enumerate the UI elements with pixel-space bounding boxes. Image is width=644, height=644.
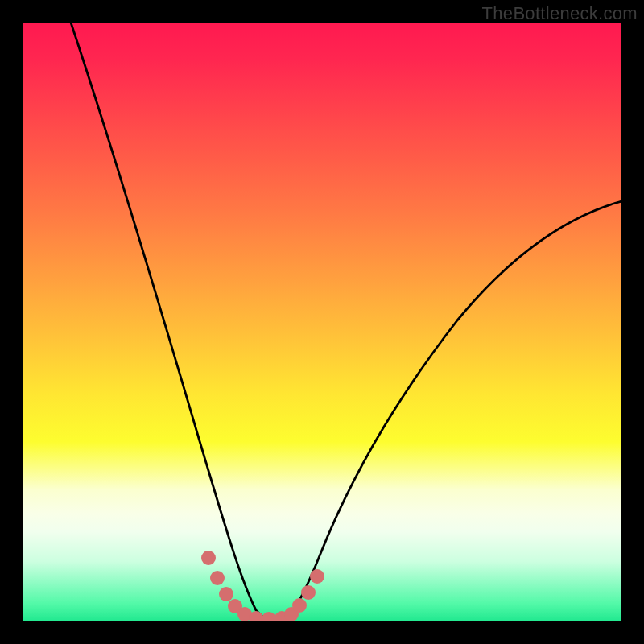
marker-dot [201, 551, 216, 565]
chart-svg [23, 23, 621, 621]
marker-dot [292, 598, 307, 613]
marker-dot [262, 612, 276, 621]
marker-group-right [275, 569, 324, 621]
valley-curve [71, 23, 621, 618]
curve-segment-left [71, 23, 264, 618]
chart-container: TheBottleneck.com [0, 0, 644, 644]
marker-dot [301, 585, 316, 600]
watermark-text: TheBottleneck.com [482, 3, 638, 24]
marker-group-left [201, 551, 276, 621]
marker-dot [219, 587, 233, 601]
curve-segment-right [264, 201, 621, 618]
marker-dot [310, 569, 324, 584]
marker-dot [210, 571, 225, 585]
